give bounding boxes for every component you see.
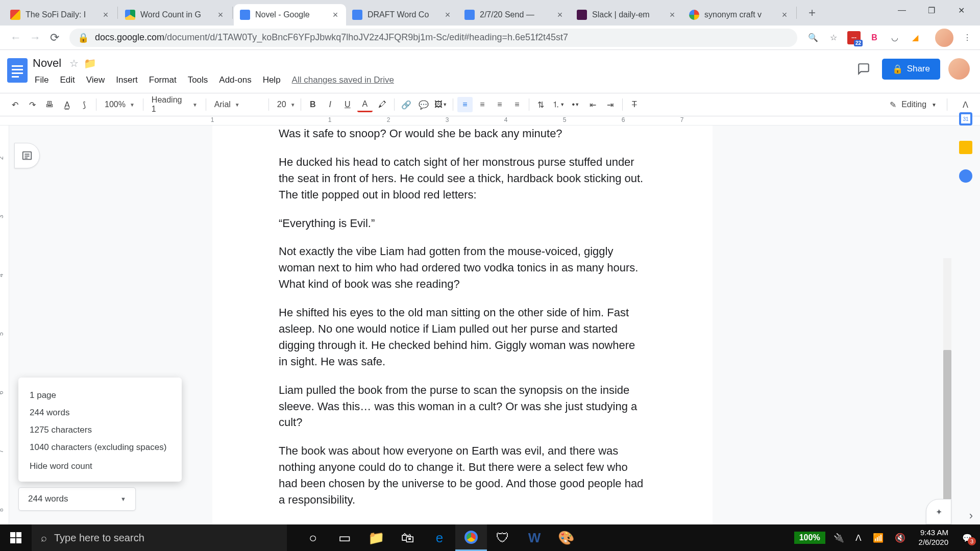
mcafee-icon[interactable]: 🛡 <box>487 524 519 551</box>
paint-icon[interactable]: 🎨 <box>550 524 582 551</box>
fontsize-select[interactable]: 20▼ <box>272 97 298 112</box>
underline-button[interactable]: U <box>340 97 355 112</box>
menu-edit[interactable]: Edit <box>55 73 80 87</box>
volume-icon[interactable]: 🔇 <box>892 533 909 543</box>
taskbar-search[interactable]: ⌕ Type here to search <box>32 524 287 551</box>
menu-insert[interactable]: Insert <box>111 73 143 87</box>
file-explorer-icon[interactable]: 📁 <box>360 524 392 551</box>
new-tab-button[interactable]: + <box>803 4 821 22</box>
charging-icon[interactable]: 🔌 <box>830 533 847 543</box>
paragraph[interactable]: Was it safe to snoop? Or would she be ba… <box>279 126 646 142</box>
paragraph[interactable]: “Everything is Evil.” <box>279 215 646 232</box>
menu-view[interactable]: View <box>81 73 110 87</box>
tab-google[interactable]: synonym craft v × <box>683 4 795 26</box>
close-icon[interactable]: × <box>555 10 565 19</box>
link-button[interactable]: 🔗 <box>399 97 414 112</box>
close-icon[interactable]: × <box>101 10 110 19</box>
image-button[interactable]: 🖼▼ <box>433 97 449 112</box>
word-icon[interactable]: W <box>519 524 550 551</box>
folder-icon[interactable]: 📁 <box>84 57 96 69</box>
paragraph[interactable]: The book was about how everyone on Earth… <box>279 443 646 508</box>
tab-wordcount[interactable]: Word Count in G × <box>119 4 231 26</box>
paragraph[interactable]: He shifted his eyes to the old man sitti… <box>279 305 646 370</box>
docs-logo[interactable] <box>5 55 30 86</box>
close-icon[interactable]: × <box>443 10 452 19</box>
tab-slack[interactable]: Slack | daily-em × <box>571 4 683 26</box>
comment-button[interactable]: 💬 <box>416 97 431 112</box>
task-view-icon[interactable]: ▭ <box>329 524 360 551</box>
url-field[interactable]: 🔒 docs.google.com/document/d/1TAW0Ty_koB… <box>69 29 797 47</box>
vertical-ruler[interactable]: 2 3 4 5 6 7 8 <box>0 126 9 531</box>
keep-icon[interactable] <box>959 141 972 154</box>
indent-increase-button[interactable]: ⇥ <box>603 97 618 112</box>
style-select[interactable]: Heading 1▼ <box>146 97 203 112</box>
calendar-icon[interactable]: 31 <box>959 112 972 126</box>
paragraph[interactable]: He ducked his head to catch sight of her… <box>279 154 646 203</box>
network-icon[interactable]: 📶 <box>870 533 887 543</box>
taskbar-clock[interactable]: 9:43 AM 2/6/2020 <box>914 528 953 547</box>
account-avatar[interactable] <box>948 58 970 80</box>
scrollbar[interactable] <box>943 258 951 531</box>
minimize-button[interactable]: — <box>887 0 917 20</box>
start-button[interactable] <box>0 524 32 551</box>
reload-button[interactable]: ⟳ <box>45 28 64 47</box>
battery-indicator[interactable]: 100% <box>794 532 825 544</box>
cortana-icon[interactable]: ○ <box>297 524 329 551</box>
print-button[interactable]: 🖶 <box>42 97 57 112</box>
redo-button[interactable]: ↷ <box>24 97 40 112</box>
menu-addons[interactable]: Add-ons <box>214 73 256 87</box>
undo-button[interactable]: ↶ <box>7 97 22 112</box>
pocket-icon[interactable]: ◡ <box>888 31 901 44</box>
align-justify-button[interactable]: ≡ <box>509 97 525 112</box>
align-right-button[interactable]: ≡ <box>492 97 507 112</box>
hide-word-count-button[interactable]: Hide word count <box>18 456 182 472</box>
notifications-button[interactable]: 💬3 <box>959 529 976 546</box>
chrome-icon[interactable] <box>455 524 487 551</box>
highlight-button[interactable]: 🖍 <box>375 97 390 112</box>
menu-tools[interactable]: Tools <box>183 73 213 87</box>
paint-format-button[interactable]: ⟆ <box>77 97 92 112</box>
search-icon[interactable]: 🔍 <box>806 31 820 44</box>
menu-format[interactable]: Format <box>144 73 182 87</box>
tab-draft[interactable]: DRAFT Word Co × <box>346 4 458 26</box>
line-spacing-button[interactable]: ⇅ <box>533 97 549 112</box>
paragraph[interactable]: Liam pulled the book from the purse to s… <box>279 382 646 431</box>
close-window-button[interactable]: ✕ <box>946 0 976 20</box>
expand-side-panel-button[interactable]: › <box>969 509 973 522</box>
indent-decrease-button[interactable]: ⇤ <box>585 97 601 112</box>
extension-icon[interactable]: B <box>868 31 881 44</box>
maximize-button[interactable]: ❐ <box>917 0 946 20</box>
extension-icon[interactable]: ◢ <box>909 31 922 44</box>
bullet-list-button[interactable]: •▼ <box>568 97 583 112</box>
forward-button[interactable]: → <box>26 28 45 47</box>
tab-send[interactable]: 2/7/20 Send — × <box>458 4 571 26</box>
bold-button[interactable]: B <box>305 97 321 112</box>
explore-button[interactable]: ✦ <box>926 499 951 524</box>
spellcheck-button[interactable]: A̲ <box>59 97 75 112</box>
document-page[interactable]: Was it safe to snoop? Or would she be ba… <box>212 126 713 531</box>
numbered-list-button[interactable]: ⒈▼ <box>551 97 566 112</box>
close-icon[interactable]: × <box>216 10 225 19</box>
share-button[interactable]: 🔒Share <box>882 59 940 80</box>
font-select[interactable]: Arial▼ <box>209 97 265 112</box>
lastpass-extension-icon[interactable]: ···22 <box>847 31 861 44</box>
save-status[interactable]: All changes saved in Drive <box>292 75 394 85</box>
close-icon[interactable]: × <box>668 10 677 19</box>
close-icon[interactable]: × <box>780 10 789 19</box>
star-icon[interactable]: ☆ <box>69 57 79 69</box>
text-color-button[interactable]: A <box>357 97 373 112</box>
align-left-button[interactable]: ≡ <box>457 97 473 112</box>
tab-novel[interactable]: Novel - Google × <box>234 4 346 26</box>
comments-button[interactable] <box>853 59 874 79</box>
tray-chevron-icon[interactable]: ᐱ <box>852 533 865 543</box>
chrome-menu-button[interactable]: ⋮ <box>961 31 974 44</box>
store-icon[interactable]: 🛍 <box>392 524 424 551</box>
scrollbar-thumb[interactable] <box>943 350 951 503</box>
edge-icon[interactable]: e <box>424 524 455 551</box>
document-title[interactable]: Novel <box>30 56 64 71</box>
word-count-pill[interactable]: 244 words ▼ <box>18 487 136 511</box>
editing-mode-select[interactable]: ✎ Editing ▼ <box>883 100 944 110</box>
back-button[interactable]: ← <box>6 28 26 47</box>
profile-avatar[interactable] <box>935 29 953 47</box>
align-center-button[interactable]: ≡ <box>475 97 490 112</box>
